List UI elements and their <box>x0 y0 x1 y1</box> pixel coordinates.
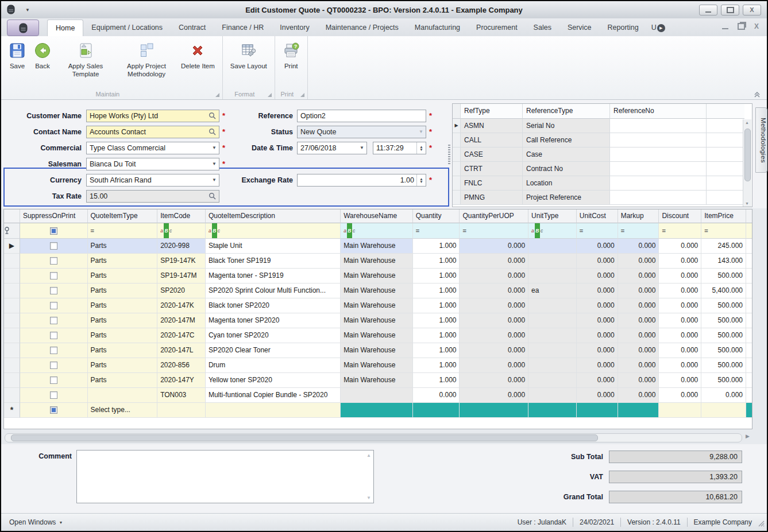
cell-quantityperuop[interactable]: 0.000 <box>460 343 528 358</box>
ribbon-tab-home[interactable]: Home <box>47 20 83 36</box>
cell-suppressonprint[interactable] <box>20 328 88 343</box>
filter-checkbox[interactable] <box>50 227 57 235</box>
suppress-checkbox[interactable] <box>50 406 57 414</box>
cell-unitcost[interactable]: 0.000 <box>577 239 618 254</box>
cell-quoteitemdescription[interactable]: Magenta toner SP2020 <box>206 313 341 328</box>
ribbon-tab-service[interactable]: Service <box>559 20 600 36</box>
suppress-checkbox[interactable] <box>50 272 57 279</box>
column-header-quoteitemtype[interactable]: QuoteItemType <box>88 209 158 223</box>
dialog-launcher-icon[interactable] <box>300 93 304 97</box>
cell-quoteitemtype[interactable]: Parts <box>88 313 158 328</box>
cell-quantityperuop[interactable]: 0.000 <box>460 284 528 298</box>
cell-suppressonprint[interactable] <box>20 403 88 418</box>
tab-methodologies[interactable]: Methodologies <box>755 107 767 173</box>
scroll-down-icon[interactable]: ▼ <box>745 201 749 205</box>
cell-markup[interactable]: 0.000 <box>618 254 659 269</box>
cell-unittype[interactable] <box>528 343 577 358</box>
cell-itemprice[interactable]: 500.000 <box>701 373 746 388</box>
cell-markup[interactable]: 0.000 <box>618 373 659 388</box>
ref-cell-referencetype[interactable]: Serial No <box>523 119 610 133</box>
column-header-warehousename[interactable]: WarehouseName <box>341 209 413 223</box>
cell-discount[interactable]: 0.000 <box>659 298 701 313</box>
suppress-checkbox[interactable] <box>50 376 57 384</box>
cell-warehousename[interactable]: Main Warehouse <box>341 328 413 343</box>
ref-column-header-reftype[interactable]: RefType <box>461 104 523 119</box>
cell-suppressonprint[interactable] <box>20 284 88 298</box>
ribbon-tab-inventory[interactable]: Inventory <box>272 20 317 36</box>
ref-cell-reftype[interactable]: FNLC <box>461 176 523 191</box>
cell-discount[interactable]: 0.000 <box>659 239 701 254</box>
dialog-launcher-icon[interactable] <box>215 93 219 97</box>
suppress-checkbox[interactable] <box>50 332 57 339</box>
cell-quantity[interactable]: 0.000 <box>413 388 460 403</box>
cell-quoteitemdescription[interactable]: SP2020 Sprint Colour Multi Function... <box>206 284 341 298</box>
cell-unittype[interactable] <box>528 403 577 418</box>
cell-markup[interactable]: 0.000 <box>618 269 659 284</box>
cell-quoteitemtype[interactable] <box>88 388 158 403</box>
cell-itemcode[interactable]: TON003 <box>157 388 206 403</box>
cell-warehousename[interactable] <box>341 388 413 403</box>
cell-quoteitemdescription[interactable]: Drum <box>206 358 341 373</box>
ribbon-tab-equipment-locations[interactable]: Equipment / Locations <box>83 20 171 36</box>
filter-cell-itemprice[interactable]: = <box>701 223 746 239</box>
cell-quantity[interactable]: 1.000 <box>413 328 460 343</box>
column-header-markup[interactable]: Markup <box>618 209 659 223</box>
ref-column-header-referenceno[interactable]: ReferenceNo <box>610 104 707 119</box>
cell-unittype[interactable] <box>528 269 577 284</box>
cell-quoteitemtype[interactable]: Parts <box>88 373 158 388</box>
cell-itemprice[interactable]: 500.000 <box>701 298 746 313</box>
column-header-itemcode[interactable]: ItemCode <box>157 209 206 223</box>
ribbon-minimize-icon[interactable] <box>722 28 728 29</box>
cell-unittype[interactable] <box>528 328 577 343</box>
ref-cell-reftype[interactable]: CTRT <box>461 162 523 176</box>
tax-rate-field[interactable]: 15.00 <box>86 190 219 203</box>
vertical-scrollbar[interactable]: ▲▼ <box>743 119 751 207</box>
scrollbar-thumb[interactable] <box>744 129 751 181</box>
cell-suppressonprint[interactable] <box>20 298 88 313</box>
column-header-quantity[interactable]: Quantity <box>413 209 460 223</box>
ribbon-tab-maintenance-projects[interactable]: Maintenance / Projects <box>318 20 407 36</box>
apply-project-methodology-button[interactable]: Apply Project Methodology <box>116 40 177 88</box>
cell-markup[interactable]: 0.000 <box>618 343 659 358</box>
cell-itemprice[interactable]: 500.000 <box>701 269 746 284</box>
cell-itemprice[interactable]: 500.000 <box>701 343 746 358</box>
scroll-down-icon[interactable]: ▼ <box>366 495 371 500</box>
cell-warehousename[interactable]: Main Warehouse <box>341 358 413 373</box>
column-header-quantityperuop[interactable]: QuantityPerUOP <box>460 209 528 223</box>
cell-quantity[interactable] <box>413 403 460 418</box>
cell-suppressonprint[interactable] <box>20 239 88 254</box>
cell-warehousename[interactable]: Main Warehouse <box>341 269 413 284</box>
cell-quoteitemdescription[interactable]: Magenta toner - SP1919 <box>206 269 341 284</box>
ref-cell-referenceno[interactable] <box>610 133 707 147</box>
date-picker[interactable]: 27/06/2018 ▼ <box>297 142 367 154</box>
cell-unitcost[interactable]: 0.000 <box>577 373 618 388</box>
customer-name-field[interactable]: Hope Works (Pty) Ltd <box>86 110 219 122</box>
cell-quantity[interactable]: 1.000 <box>413 284 460 298</box>
ribbon-tab-procurement[interactable]: Procurement <box>468 20 526 36</box>
ref-cell-reftype[interactable]: CASE <box>461 147 523 162</box>
cell-markup[interactable]: 0.000 <box>618 239 659 254</box>
cell-suppressonprint[interactable] <box>20 358 88 373</box>
ref-cell-referencetype[interactable]: Call Reference <box>523 133 610 147</box>
suppress-checkbox[interactable] <box>50 347 57 354</box>
cell-quantityperuop[interactable]: 0.000 <box>460 388 528 403</box>
ribbon-close-icon[interactable]: X <box>754 23 759 30</box>
cell-discount[interactable]: 0.000 <box>659 254 701 269</box>
cell-quoteitemdescription[interactable]: SP2020 Clear Toner <box>206 343 341 358</box>
ref-column-header-referencetype[interactable]: ReferenceType <box>523 104 610 119</box>
cell-itemcode[interactable]: 2020-147L <box>157 343 206 358</box>
cell-warehousename[interactable]: Main Warehouse <box>341 298 413 313</box>
cell-unitcost[interactable]: 0.000 <box>577 298 618 313</box>
cell-itemprice[interactable]: 0.000 <box>701 388 746 403</box>
splitter-handle[interactable] <box>448 145 450 164</box>
cell-unitcost[interactable]: 0.000 <box>577 358 618 373</box>
save-layout-button[interactable]: Save Layout <box>226 40 271 88</box>
filter-cell-warehousename[interactable]: aBc <box>341 223 413 239</box>
cell-unittype[interactable]: ea <box>528 284 577 298</box>
cell-quoteitemtype[interactable]: Parts <box>88 298 158 313</box>
currency-dropdown[interactable]: South African Rand ▼ <box>86 174 219 187</box>
cell-quantityperuop[interactable]: 0.000 <box>460 298 528 313</box>
cell-quoteitemtype[interactable]: Parts <box>88 328 158 343</box>
cell-unittype[interactable] <box>528 313 577 328</box>
cell-quantity[interactable]: 1.000 <box>413 358 460 373</box>
